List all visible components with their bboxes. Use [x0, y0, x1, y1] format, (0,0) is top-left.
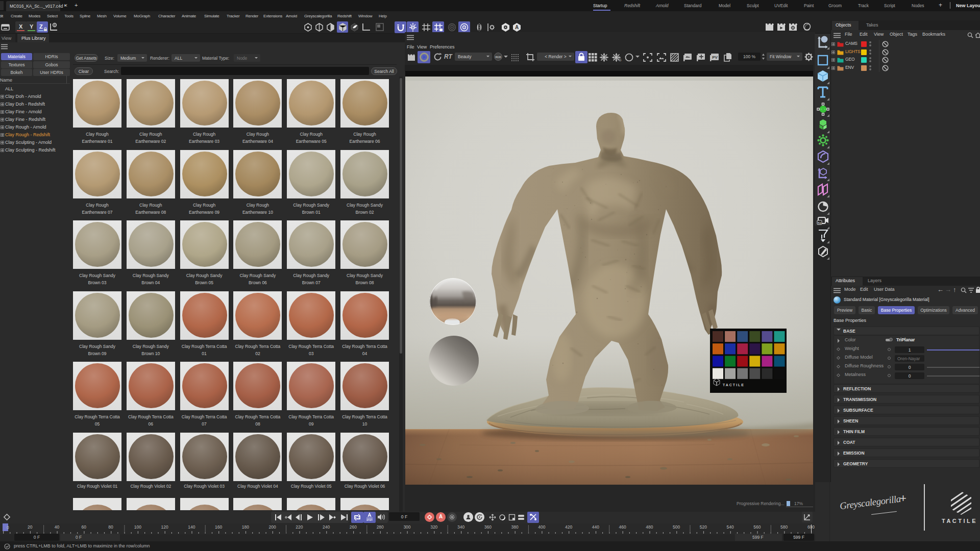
svg-text:A: A — [515, 24, 519, 30]
svg-text:G: G — [619, 58, 621, 62]
svg-text:PV: PV — [712, 55, 718, 60]
svg-text:TACTILE: TACTILE — [723, 383, 745, 387]
svg-text:51: 51 — [818, 221, 821, 224]
svg-text:RGB: RGB — [495, 56, 501, 59]
